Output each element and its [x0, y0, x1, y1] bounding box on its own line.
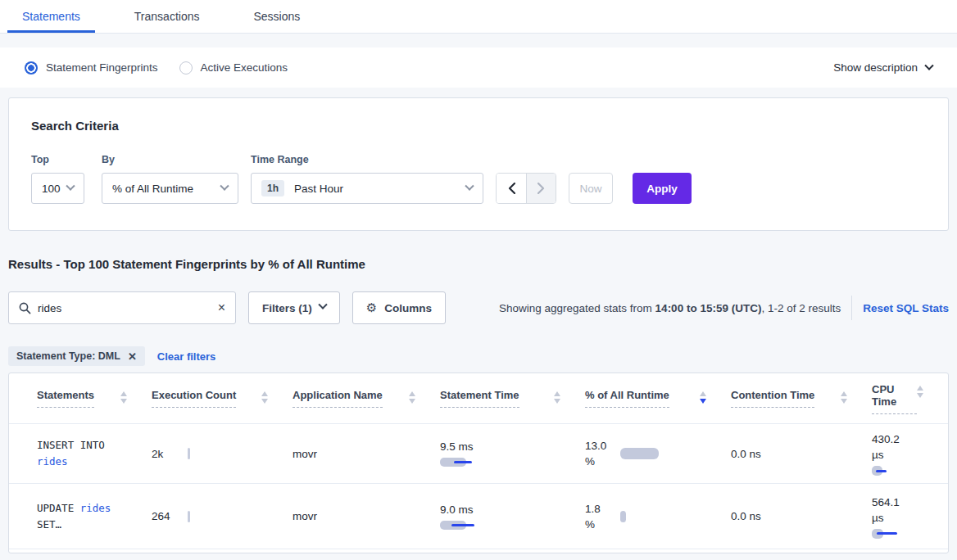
- chevron-down-icon: [220, 182, 229, 191]
- column-header-application-name[interactable]: Application Name: [293, 389, 440, 408]
- now-button[interactable]: Now: [569, 173, 613, 204]
- top-tabbar: Statements Transactions Sessions: [0, 0, 957, 34]
- column-header-execution-count[interactable]: Execution Count: [152, 389, 293, 408]
- application-name-cell: movr: [293, 448, 440, 460]
- tab-transactions[interactable]: Transactions: [120, 2, 215, 33]
- sort-icon[interactable]: [261, 391, 268, 404]
- contention-time-cell: 0.0 ns: [731, 510, 872, 522]
- chevron-down-icon: [924, 61, 933, 70]
- radio-unselected-icon: [179, 61, 193, 75]
- statement-time-cell: 9.0 ms: [440, 504, 585, 530]
- tab-sessions[interactable]: Sessions: [238, 2, 315, 33]
- runtime-pct-cell: 13.0 %: [585, 438, 731, 469]
- time-range-badge: 1h: [261, 180, 284, 196]
- execution-count-cell: 2k: [152, 448, 293, 460]
- runtime-pct-cell: 1.8 %: [585, 501, 731, 532]
- columns-button-label: Columns: [384, 302, 432, 314]
- column-header-runtime-pct[interactable]: % of All Runtime: [585, 389, 731, 408]
- search-criteria-controls: Top 100 By % of All Runtime Time Range 1…: [31, 154, 926, 204]
- time-range-label: Time Range: [251, 154, 496, 165]
- count-bar: [188, 511, 190, 522]
- column-header-statements[interactable]: Statements: [37, 389, 152, 408]
- view-toggle-bar: Statement Fingerprints Active Executions…: [0, 47, 957, 88]
- show-description-toggle[interactable]: Show description: [833, 61, 932, 74]
- filter-chip-label: Statement Type: DML: [16, 350, 120, 362]
- view-radio-group: Statement Fingerprints Active Executions: [25, 61, 288, 75]
- chevron-down-icon: [318, 300, 327, 309]
- stats-time-range: 14:00 to 15:59 (UTC): [655, 302, 762, 314]
- statement-time-bar: [440, 521, 466, 530]
- top-label: Top: [31, 154, 102, 165]
- chevron-right-icon: [537, 183, 545, 194]
- statement-fingerprint-cell: INSERT INTO rides: [37, 437, 129, 470]
- top-select[interactable]: 100: [31, 173, 84, 204]
- sort-icon[interactable]: [120, 391, 127, 404]
- filter-chip-row: Statement Type: DML ✕ Clear filters: [8, 346, 949, 366]
- runtime-pct-bar: [620, 511, 626, 522]
- statements-table: Statements Execution Count Application N…: [8, 373, 949, 553]
- search-box: ×: [8, 291, 236, 324]
- cpu-time-bar: [872, 466, 882, 476]
- top-select-value: 100: [42, 183, 61, 195]
- results-toolbar: × Filters (1) ⚙ Columns Showing aggregat…: [8, 291, 949, 324]
- radio-label: Statement Fingerprints: [46, 61, 158, 74]
- count-bar: [188, 448, 190, 459]
- table-row: UPDATE rides SET… 264 movr 9.0 ms 1.8 % …: [9, 484, 948, 549]
- filters-button[interactable]: Filters (1): [248, 291, 340, 324]
- chevron-down-icon: [66, 182, 75, 191]
- search-icon: [19, 302, 31, 314]
- application-name-cell: movr: [293, 510, 440, 522]
- statement-link[interactable]: rides: [37, 455, 68, 467]
- results-heading: Results - Top 100 Statement Fingerprints…: [8, 257, 949, 271]
- radio-statement-fingerprints[interactable]: Statement Fingerprints: [25, 61, 158, 75]
- statement-link[interactable]: rides: [80, 502, 111, 514]
- columns-button[interactable]: ⚙ Columns: [352, 291, 446, 324]
- cpu-time-cell: 430.2 µs: [872, 431, 932, 476]
- remove-chip-icon[interactable]: ✕: [128, 351, 137, 362]
- statement-time-cell: 9.5 ms: [440, 440, 585, 467]
- show-description-label: Show description: [833, 61, 918, 74]
- sort-icon[interactable]: [917, 386, 923, 398]
- apply-button[interactable]: Apply: [633, 173, 692, 204]
- next-time-button[interactable]: [526, 174, 556, 203]
- by-select-value: % of All Runtime: [112, 183, 193, 195]
- by-label: By: [102, 154, 251, 165]
- runtime-pct-bar: [620, 448, 659, 459]
- prev-time-button[interactable]: [497, 174, 526, 203]
- radio-label: Active Executions: [201, 61, 288, 74]
- tab-statements[interactable]: Statements: [7, 2, 95, 33]
- contention-time-cell: 0.0 ns: [731, 448, 872, 460]
- search-input[interactable]: [38, 302, 211, 314]
- reset-sql-stats-link[interactable]: Reset SQL Stats: [863, 302, 949, 314]
- column-header-contention-time[interactable]: Contention Time: [731, 389, 872, 408]
- filters-button-label: Filters (1): [262, 302, 312, 314]
- aggregated-stats-note: Showing aggregated stats from 14:00 to 1…: [499, 302, 841, 314]
- time-nav-arrows: [496, 173, 556, 204]
- column-header-statement-time[interactable]: Statement Time: [440, 389, 585, 408]
- radio-active-executions[interactable]: Active Executions: [179, 61, 288, 75]
- top-field: Top 100: [31, 154, 102, 204]
- column-header-cpu-time[interactable]: CPU Time: [872, 383, 932, 414]
- chevron-left-icon: [508, 183, 515, 194]
- gear-icon: ⚙: [366, 300, 377, 315]
- clear-search-icon[interactable]: ×: [218, 301, 225, 314]
- sort-icon[interactable]: [554, 391, 560, 404]
- toolbar-divider: [851, 296, 852, 320]
- sort-icon-active-desc[interactable]: [700, 391, 706, 404]
- filter-chip-statement-type: Statement Type: DML ✕: [8, 346, 145, 366]
- search-criteria-card: Search Criteria Top 100 By % of All Runt…: [8, 97, 949, 231]
- radio-selected-icon: [25, 61, 38, 75]
- cpu-time-bar: [872, 529, 883, 539]
- clear-filters-link[interactable]: Clear filters: [157, 350, 216, 363]
- table-header-row: Statements Execution Count Application N…: [9, 373, 948, 424]
- time-range-value: Past Hour: [294, 183, 343, 195]
- by-select[interactable]: % of All Runtime: [102, 173, 238, 204]
- cpu-time-cell: 564.1 µs: [872, 495, 932, 539]
- table-row: INSERT INTO rides 2k movr 9.5 ms 13.0 % …: [9, 424, 948, 484]
- chevron-down-icon: [465, 182, 474, 191]
- sort-icon[interactable]: [841, 391, 847, 404]
- sort-icon[interactable]: [409, 391, 415, 404]
- execution-count-cell: 264: [152, 510, 293, 522]
- statement-time-bar: [440, 458, 466, 467]
- time-range-select[interactable]: 1h Past Hour: [251, 173, 483, 204]
